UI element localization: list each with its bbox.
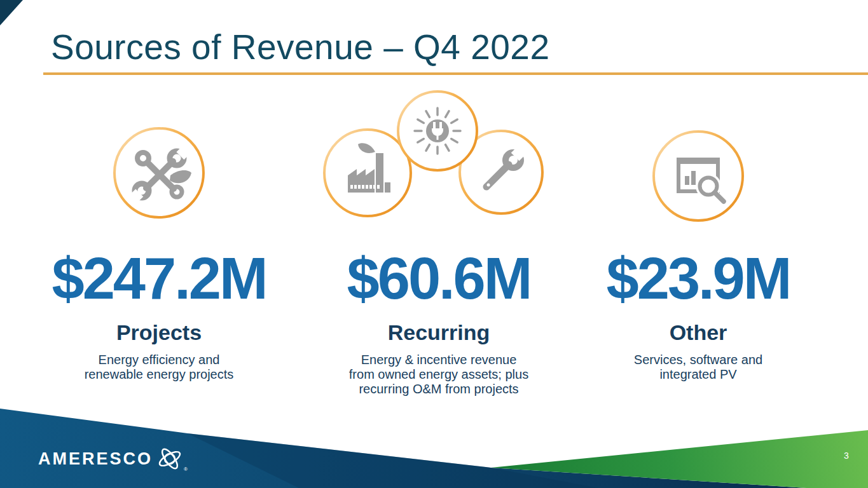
revenue-column-recurring: $60.6M Recurring Energy & incentive reve…	[320, 248, 557, 396]
slide-title: Sources of Revenue – Q4 2022	[51, 27, 550, 67]
label-other: Other	[580, 320, 816, 344]
slide-root: Sources of Revenue – Q4 2022	[0, 0, 868, 488]
projects-icon-graphic	[108, 122, 210, 224]
amount-projects: $247.2M	[41, 248, 277, 309]
orange-ring	[654, 132, 743, 220]
revenue-column-other: $23.9M Other Services, software and inte…	[580, 248, 816, 382]
sun-plug-icon	[398, 92, 477, 170]
revenue-column-projects: $247.2M Projects Energy efficiency and r…	[41, 248, 277, 382]
orbit-icon: ®	[156, 446, 185, 471]
registered-trademark: ®	[184, 466, 188, 472]
logo-wordmark: AMERESCO	[38, 446, 153, 471]
recurring-icon-graphic	[315, 86, 553, 222]
amount-recurring: $60.6M	[320, 248, 557, 309]
label-recurring: Recurring	[320, 320, 557, 344]
orange-ring	[324, 130, 411, 216]
factory-leaf-icon	[324, 130, 411, 216]
amount-other: $23.9M	[580, 248, 816, 309]
description-projects: Energy efficiency and renewable energy p…	[41, 353, 277, 382]
description-other: Services, software and integrated PV	[580, 353, 816, 382]
other-icon-graphic	[647, 125, 749, 227]
page-number: 3	[838, 451, 855, 461]
title-underline	[43, 72, 868, 75]
corner-accent-triangle	[0, 0, 23, 25]
label-projects: Projects	[41, 320, 277, 344]
description-recurring: Energy & incentive revenue from owned en…	[320, 353, 557, 396]
ameresco-logo: AMERESCO ®	[38, 446, 185, 471]
